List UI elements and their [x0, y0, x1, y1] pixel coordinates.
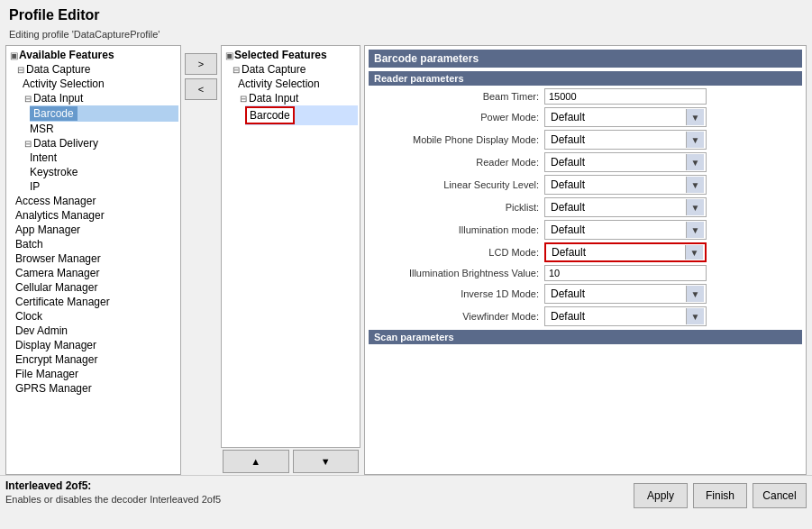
action-buttons: Apply Finish Cancel: [634, 479, 807, 508]
left-encrypt-manager[interactable]: Encrypt Manager: [8, 352, 178, 367]
left-file-manager[interactable]: File Manager: [8, 367, 178, 381]
left-intent-item[interactable]: Intent: [30, 150, 178, 165]
viewfinder-row: Viewfinder Mode: Default ▼: [369, 306, 802, 326]
mobile-phone-label: Mobile Phone Display Mode:: [369, 134, 544, 145]
selected-expand-icon: ▣: [224, 50, 234, 60]
left-browser-manager-label: Browser Manager: [15, 252, 101, 265]
beam-timer-row: Beam Timer:: [369, 88, 802, 105]
lcd-mode-arrow[interactable]: ▼: [685, 245, 703, 260]
left-data-input-children: Barcode MSR: [23, 105, 178, 136]
left-data-capture-label: Data Capture: [26, 63, 90, 76]
move-buttons: ▲ ▼: [221, 448, 360, 475]
viewfinder-text: Default: [547, 310, 686, 323]
picklist-row: Picklist: Default ▼: [369, 197, 802, 217]
power-mode-arrow[interactable]: ▼: [686, 109, 704, 125]
illumination-brightness-input[interactable]: [544, 265, 707, 281]
picklist-text: Default: [547, 201, 686, 214]
selected-barcode-label: Barcode: [245, 106, 295, 124]
left-browser-manager[interactable]: Browser Manager: [8, 251, 178, 266]
selected-features-header: ▣ Selected Features: [224, 48, 358, 62]
linear-security-select[interactable]: Default ▼: [544, 175, 707, 195]
subtitle: Editing profile 'DataCaptureProfile': [0, 27, 812, 45]
left-barcode-item[interactable]: Barcode: [30, 105, 178, 122]
viewfinder-value: Default ▼: [544, 306, 802, 326]
inverse-1d-value: Default ▼: [544, 284, 802, 304]
available-features-header: ▣ Available Features: [8, 48, 178, 62]
selected-data-input[interactable]: ⊟ Data Input: [238, 91, 358, 105]
inverse-1d-select[interactable]: Default ▼: [544, 284, 707, 304]
selected-data-input-label: Data Input: [249, 92, 298, 105]
left-data-delivery-label: Data Delivery: [33, 137, 98, 150]
add-button[interactable]: >: [185, 53, 217, 75]
illumination-mode-text: Default: [547, 223, 686, 236]
left-msr-label: MSR: [30, 123, 54, 135]
picklist-select[interactable]: Default ▼: [544, 197, 707, 217]
reader-mode-value: Default ▼: [544, 152, 802, 172]
beam-timer-input[interactable]: [544, 88, 707, 105]
selected-activity-selection[interactable]: Activity Selection: [238, 77, 358, 91]
linear-security-text: Default: [547, 178, 686, 191]
left-activity-selection-label: Activity Selection: [23, 78, 105, 90]
inverse-1d-text: Default: [547, 287, 686, 300]
left-camera-manager-label: Camera Manager: [15, 267, 99, 279]
mobile-phone-arrow[interactable]: ▼: [686, 132, 704, 148]
left-certificate-manager[interactable]: Certificate Manager: [8, 295, 178, 309]
middle-section: > < ▣ Selected Features ⊟ Data Capture: [185, 45, 360, 475]
left-activity-selection-item[interactable]: Activity Selection: [23, 77, 178, 91]
reader-mode-arrow[interactable]: ▼: [686, 154, 704, 170]
left-display-manager[interactable]: Display Manager: [8, 338, 178, 352]
power-mode-value: Default ▼: [544, 107, 802, 127]
mobile-phone-value: Default ▼: [544, 130, 802, 150]
left-camera-manager[interactable]: Camera Manager: [8, 266, 178, 280]
cancel-button[interactable]: Cancel: [753, 483, 807, 508]
viewfinder-label: Viewfinder Mode:: [369, 311, 544, 322]
selected-data-capture-group: ⊟ Data Capture Activity Selection ⊟ Data…: [224, 62, 358, 125]
illumination-mode-select[interactable]: Default ▼: [544, 220, 707, 240]
illumination-brightness-value: [544, 265, 802, 281]
left-analytics-manager[interactable]: Analytics Manager: [8, 208, 178, 223]
left-data-input-item[interactable]: ⊟ Data Input: [23, 91, 178, 105]
left-gprs-manager[interactable]: GPRS Manager: [8, 381, 178, 396]
left-ip-item[interactable]: IP: [30, 179, 178, 194]
left-encrypt-manager-label: Encrypt Manager: [15, 353, 97, 366]
left-access-manager[interactable]: Access Manager: [8, 194, 178, 208]
lcd-mode-text: Default: [548, 246, 685, 259]
picklist-label: Picklist:: [369, 202, 544, 213]
left-clock[interactable]: Clock: [8, 309, 178, 324]
remove-button[interactable]: <: [185, 78, 217, 100]
picklist-arrow[interactable]: ▼: [686, 199, 704, 215]
left-cellular-manager-label: Cellular Manager: [15, 281, 97, 294]
mobile-phone-row: Mobile Phone Display Mode: Default ▼: [369, 130, 802, 150]
power-mode-select[interactable]: Default ▼: [544, 107, 707, 127]
move-down-button[interactable]: ▼: [293, 450, 360, 473]
left-dev-admin[interactable]: Dev Admin: [8, 324, 178, 338]
illumination-mode-arrow[interactable]: ▼: [686, 222, 704, 238]
selected-barcode-item[interactable]: Barcode: [245, 105, 358, 125]
move-up-button[interactable]: ▲: [223, 450, 289, 473]
mobile-phone-select[interactable]: Default ▼: [544, 130, 707, 150]
scan-params-header: Scan parameters: [369, 330, 802, 344]
inverse-1d-arrow[interactable]: ▼: [686, 286, 704, 302]
viewfinder-arrow[interactable]: ▼: [686, 308, 704, 324]
left-cellular-manager[interactable]: Cellular Manager: [8, 280, 178, 295]
viewfinder-select[interactable]: Default ▼: [544, 306, 707, 326]
selected-data-capture[interactable]: ⊟ Data Capture: [231, 62, 358, 77]
left-keystroke-item[interactable]: Keystroke: [30, 165, 178, 179]
left-data-capture[interactable]: ⊟ Data Capture: [15, 62, 178, 77]
expand-icon: ▣: [8, 50, 19, 60]
apply-button[interactable]: Apply: [634, 483, 688, 508]
selected-dc-children: Activity Selection ⊟ Data Input Barcode: [231, 77, 358, 125]
left-file-manager-label: File Manager: [15, 368, 78, 380]
left-batch[interactable]: Batch: [8, 237, 178, 251]
linear-security-arrow[interactable]: ▼: [686, 177, 704, 193]
left-data-capture-group: ⊟ Data Capture Activity Selection ⊟ Data…: [8, 62, 178, 194]
left-data-delivery-item[interactable]: ⊟ Data Delivery: [23, 136, 178, 150]
left-app-manager-label: App Manager: [15, 223, 80, 236]
left-msr-item[interactable]: MSR: [30, 122, 178, 136]
finish-button[interactable]: Finish: [693, 483, 747, 508]
reader-mode-select[interactable]: Default ▼: [544, 152, 707, 172]
beam-timer-value: [544, 88, 802, 105]
left-gprs-manager-label: GPRS Manager: [15, 382, 92, 395]
lcd-mode-select[interactable]: Default ▼: [544, 242, 707, 262]
left-app-manager[interactable]: App Manager: [8, 223, 178, 237]
